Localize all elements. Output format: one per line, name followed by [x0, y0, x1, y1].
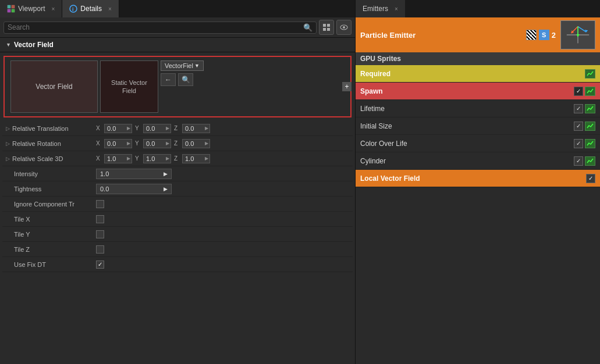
eye-view-button[interactable]	[336, 20, 352, 35]
initial-size-checkbox[interactable]: ✓	[574, 122, 583, 131]
prop-value-relative-scale: X 1.0▶ Y 1.0▶ Z 1.0▶	[96, 154, 349, 163]
translation-z-input[interactable]: 0.0▶	[182, 124, 210, 133]
prop-label-relative-rotation: ▷ Relative Rotation	[6, 140, 96, 147]
prop-label-tile-x: Tile X	[6, 216, 96, 223]
color-over-life-checkbox[interactable]: ✓	[574, 139, 583, 148]
translation-y-input[interactable]: 0.0▶	[143, 124, 171, 133]
tile-z-checkbox[interactable]	[96, 245, 104, 254]
initial-size-graph-button[interactable]	[585, 122, 595, 131]
prop-use-fix-dt: Use Fix DT ✓	[2, 257, 353, 272]
xyz-translation: X 0.0▶ Y 0.0▶ Z 0.0▶	[96, 124, 210, 133]
tab-viewport-label: Viewport	[18, 5, 45, 13]
tab-viewport[interactable]: Viewport ×	[0, 0, 62, 17]
vector-field-dropdown-label: VectorFiel	[165, 62, 193, 69]
prop-label-relative-translation: ▷ Relative Translation	[6, 125, 96, 132]
xyz-scale: X 1.0▶ Y 1.0▶ Z 1.0▶	[96, 154, 210, 163]
lifetime-checkbox[interactable]: ✓	[574, 104, 583, 113]
section-collapse-icon[interactable]: ▼	[6, 42, 11, 48]
rotation-y-input[interactable]: 0.0▶	[143, 139, 171, 148]
emitter-item-local-vector-field: Local Vector Field ✓	[356, 170, 600, 187]
grid-view-button[interactable]	[319, 20, 334, 35]
tightness-input[interactable]: 0.0 ▶	[96, 184, 172, 194]
vector-field-slot-label: Vector Field	[35, 83, 72, 91]
prop-label-ignore-component: Ignore Component Tr	[6, 201, 96, 208]
svg-rect-1	[12, 5, 15, 8]
grid-icon	[322, 23, 331, 31]
svg-rect-3	[12, 9, 15, 12]
spawn-checkbox[interactable]: ✓	[574, 87, 583, 96]
emitter-item-spawn-name: Spawn	[360, 87, 574, 95]
scale-z-input[interactable]: 1.0▶	[182, 154, 210, 163]
use-fix-dt-checkbox[interactable]: ✓	[96, 260, 104, 269]
initial-size-icons: ✓	[574, 122, 595, 131]
prop-value-use-fix-dt: ✓	[96, 260, 349, 269]
right-tab-bar: Emitters ×	[356, 0, 600, 17]
checkered-badge: ✓	[526, 30, 537, 40]
static-vector-field-label: Static VectorField	[111, 78, 147, 95]
cylinder-checkbox[interactable]: ✓	[574, 156, 583, 166]
vector-field-section-header: ▼ Vector Field	[0, 38, 355, 52]
prop-value-tile-z	[96, 245, 349, 254]
prop-tile-y: Tile Y	[2, 227, 353, 242]
vector-field-dropdown[interactable]: VectorFiel ▼	[161, 60, 204, 71]
prop-relative-scale: ▷ Relative Scale 3D X 1.0▶ Y 1.0▶ Z 1.0▶	[2, 151, 353, 166]
expand-icon[interactable]: ▷	[6, 156, 10, 162]
intensity-arrow-icon: ▶	[164, 171, 168, 177]
emitter-item-local-vector-field-name: Local Vector Field	[360, 174, 586, 183]
prop-value-tile-x	[96, 215, 349, 223]
color-over-life-graph-button[interactable]	[585, 139, 595, 148]
spawn-graph-button[interactable]	[585, 87, 595, 96]
local-vector-field-icons: ✓	[586, 174, 595, 183]
prop-value-relative-rotation: X 0.0▶ Y 0.0▶ Z 0.0▶	[96, 139, 349, 148]
local-vector-field-checkbox[interactable]: ✓	[586, 174, 595, 183]
rotation-x-input[interactable]: 0.0▶	[104, 139, 132, 148]
rotation-z-input[interactable]: 0.0▶	[182, 139, 210, 148]
emitter-thumbnail	[560, 20, 595, 49]
color-over-life-icons: ✓	[574, 139, 595, 148]
lifetime-icons: ✓	[574, 104, 595, 113]
section-title: Vector Field	[14, 41, 54, 49]
vector-field-slot[interactable]: Vector Field	[10, 60, 98, 113]
tab-details-close[interactable]: ×	[108, 6, 112, 12]
prop-relative-translation: ▷ Relative Translation X 0.0▶ Y 0.0▶ Z 0…	[2, 121, 353, 136]
vf-search-button[interactable]: 🔍	[178, 73, 193, 86]
emitter-item-color-over-life: Color Over Life ✓	[356, 135, 600, 152]
tab-viewport-close[interactable]: ×	[51, 6, 55, 12]
expand-icon[interactable]: ▷	[6, 126, 10, 131]
tab-emitters[interactable]: Emitters ×	[356, 0, 405, 17]
lifetime-graph-button[interactable]	[585, 104, 595, 113]
required-graph-button[interactable]	[585, 69, 595, 78]
svg-text:i: i	[72, 6, 74, 12]
vf-plus-button[interactable]: +	[342, 82, 352, 91]
search-box: 🔍	[3, 22, 317, 34]
translation-x-input[interactable]: 0.0▶	[104, 124, 132, 133]
prop-label-tile-z: Tile Z	[6, 246, 96, 253]
tab-emitters-label: Emitters	[363, 5, 388, 13]
emitter-item-required: Required	[356, 65, 600, 83]
tile-y-checkbox[interactable]	[96, 230, 104, 238]
emitter-title: Particle Emitter	[360, 31, 521, 40]
graph-icon	[587, 141, 594, 147]
emitter-icon-area: ✓ S 2	[526, 30, 556, 40]
vf-back-button[interactable]: ←	[161, 73, 176, 86]
tile-x-checkbox[interactable]	[96, 215, 104, 223]
prop-label-tightness: Tightness	[6, 185, 96, 192]
ignore-component-checkbox[interactable]	[96, 200, 104, 208]
emitter-item-lifetime: Lifetime ✓	[356, 100, 600, 117]
tab-emitters-close[interactable]: ×	[395, 6, 398, 12]
search-input[interactable]	[8, 23, 303, 31]
intensity-input[interactable]: 1.0 ▶	[96, 169, 172, 179]
svg-point-11	[343, 26, 345, 28]
tab-details[interactable]: i Details ×	[62, 0, 119, 17]
cylinder-graph-button[interactable]	[585, 156, 595, 166]
prop-tightness: Tightness 0.0 ▶	[2, 181, 353, 197]
expand-icon[interactable]: ▷	[6, 141, 10, 147]
scale-y-input[interactable]: 1.0▶	[143, 154, 171, 163]
svg-rect-0	[8, 5, 10, 8]
emitter-item-color-over-life-name: Color Over Life	[360, 140, 574, 148]
emitter-item-spawn: Spawn ✓	[356, 83, 600, 100]
emitter-item-cylinder-name: Cylinder	[360, 157, 574, 165]
static-vector-field-slot[interactable]: Static VectorField	[100, 60, 158, 113]
scale-x-input[interactable]: 1.0▶	[104, 154, 132, 163]
gpu-sprites-label: GPU Sprites	[356, 52, 600, 65]
